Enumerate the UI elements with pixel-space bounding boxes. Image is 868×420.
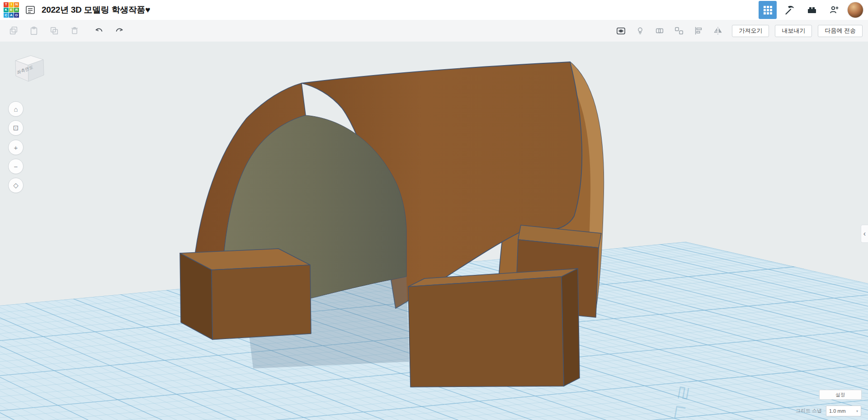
trash-icon [70,26,80,36]
delete-button[interactable] [66,23,83,39]
paste-icon [29,26,39,36]
eye-icon [616,26,626,36]
logo-tile: D [14,13,19,18]
send-to-button[interactable]: 다음에 전송 [818,25,863,37]
model-right-box-side[interactable] [561,269,580,386]
group-button[interactable] [651,23,668,39]
tinkercad-logo[interactable]: T I N K E R C A D [4,2,19,18]
my-designs-button[interactable] [24,3,37,17]
clipboard-tools [5,23,83,39]
undo-icon [94,26,104,36]
export-button[interactable]: 내보내기 [775,25,812,37]
shape-tools: 가져오기 내보내기 다음에 전송 [613,23,863,39]
chevron-down-icon: ▾ [856,409,858,413]
model-right-box-front[interactable] [408,277,564,387]
group-icon [655,26,665,36]
history-tools [91,23,127,39]
minecraft-export-button[interactable] [781,1,799,19]
chevron-left-icon: ‹ [863,230,866,238]
show-all-button[interactable] [613,23,629,39]
viewport-canvas[interactable]: ㄹㄴ [0,0,868,420]
copy-button[interactable] [5,23,22,39]
light-button[interactable] [632,23,648,39]
perspective-toggle-button[interactable]: ◇ [8,178,24,193]
mirror-button[interactable] [710,23,726,39]
copy-icon [9,26,19,36]
zoom-in-button[interactable]: + [8,140,24,155]
design-title[interactable]: 2022년 3D 모델링 학생작품♥ [42,4,150,16]
logo-tile: E [9,8,14,13]
apps-grid-icon [764,6,772,14]
apps-grid-button[interactable] [759,1,777,19]
view-cube[interactable]: 좌측면도 [9,51,48,85]
align-icon [693,26,703,36]
duplicate-icon [49,26,59,36]
ungroup-icon [674,26,684,36]
import-button[interactable]: 가져오기 [732,25,769,37]
grid-snap-label: 그리드 스냅 [796,407,822,414]
brick-icon [807,5,817,15]
duplicate-button[interactable] [46,23,62,39]
ungroup-button[interactable] [671,23,687,39]
invite-button[interactable] [825,1,843,19]
app-header: T I N K E R C A D 2022년 3D 모델링 학생작품♥ [0,0,868,20]
lightbulb-icon [635,26,645,36]
grid-snap-select[interactable]: 1.0 mm ▾ [826,406,861,416]
header-actions [759,1,863,19]
model-left-box-front[interactable] [212,265,311,340]
redo-icon [114,26,124,36]
person-plus-icon [829,5,840,15]
undo-button[interactable] [91,23,107,39]
zoom-out-button[interactable]: − [8,159,24,174]
logo-tile: R [14,8,19,13]
grid-snap-value: 1.0 mm [829,408,846,414]
align-button[interactable] [690,23,707,39]
user-avatar[interactable] [847,2,863,18]
logo-tile: C [4,13,9,18]
grid-settings-button[interactable]: 설정 [819,390,862,400]
home-view-button[interactable]: ⌂ [8,101,24,117]
paste-button[interactable] [26,23,42,39]
pickaxe-icon [784,5,795,15]
edit-toolbar: 가져오기 내보내기 다음에 전송 [0,20,868,42]
fit-view-button[interactable]: ⊡ [8,120,24,136]
logo-tile: K [4,8,9,13]
logo-tile: I [9,2,14,7]
brick-export-button[interactable] [803,1,821,19]
list-icon [25,5,36,15]
logo-tile: N [14,2,19,7]
logo-tile: A [9,13,14,18]
logo-tile: T [4,2,9,7]
redo-button[interactable] [111,23,127,39]
collapse-panel-tab[interactable]: ‹ [861,225,868,243]
mirror-icon [713,26,723,36]
